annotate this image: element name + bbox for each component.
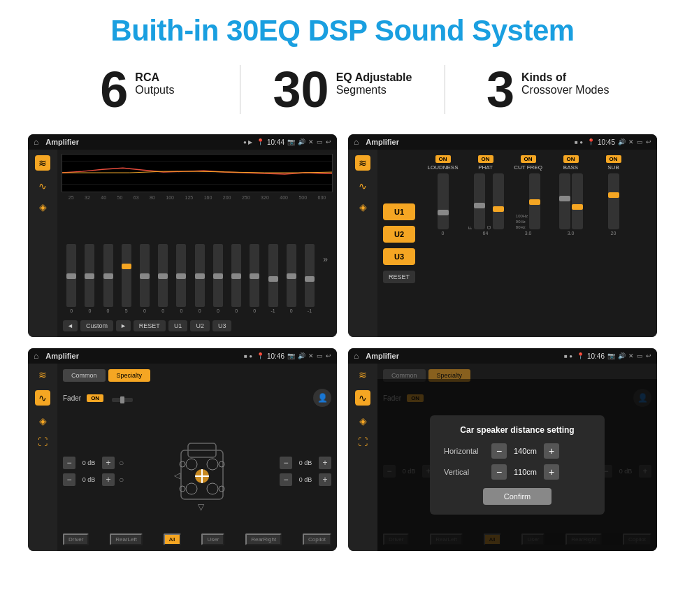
eq-slider-10[interactable]: 0 (231, 244, 241, 313)
distance-back-icon[interactable]: ↩ (646, 352, 651, 359)
db-plus-2[interactable]: + (102, 473, 115, 486)
fader-eq-icon[interactable]: ≋ (38, 369, 47, 380)
sub-slider[interactable] (608, 173, 619, 229)
fader-wave-icon[interactable]: ∿ (35, 390, 50, 406)
bass-slider2[interactable] (572, 173, 583, 229)
db-plus-3[interactable]: + (319, 457, 331, 469)
sub-thumb[interactable] (608, 192, 619, 198)
db-minus-4[interactable]: − (280, 473, 292, 486)
eq-slider-4[interactable]: 5 (122, 244, 131, 313)
eq-sidebar-wave-icon[interactable]: ∿ (38, 180, 47, 192)
bass-thumb2[interactable] (572, 204, 583, 210)
distance-expand-icon[interactable]: ⛶ (358, 436, 368, 447)
distance-wave-icon[interactable]: ∿ (355, 390, 370, 406)
eq-sidebar-speaker-icon[interactable]: ◈ (39, 201, 47, 213)
distance-eq-icon[interactable]: ≋ (359, 369, 367, 380)
dialog-horizontal-minus[interactable]: − (491, 443, 507, 459)
eq-slider-13[interactable]: 0 (287, 244, 296, 313)
slider-track-1[interactable] (66, 244, 76, 307)
slider-thumb-8[interactable] (195, 273, 205, 279)
home-icon[interactable]: ⌂ (34, 137, 38, 147)
fader-home-icon[interactable]: ⌂ (34, 351, 38, 361)
slider-thumb-7[interactable] (176, 273, 186, 279)
fader-mini-thumb[interactable] (120, 396, 124, 403)
crossover-speaker-icon[interactable]: ◈ (359, 201, 367, 213)
fader-user-btn[interactable]: User (201, 533, 224, 545)
slider-track-7[interactable] (176, 244, 186, 307)
crossover-u2-btn[interactable]: U2 (383, 226, 415, 243)
slider-thumb-14[interactable] (305, 276, 315, 282)
eq-slider-14[interactable]: -1 (305, 244, 315, 313)
eq-slider-6[interactable]: 0 (158, 244, 168, 313)
db-minus-1[interactable]: − (63, 457, 75, 469)
bass-slider1[interactable] (559, 173, 570, 229)
eq-back-icon[interactable]: ↩ (326, 138, 331, 145)
phat-g-slider[interactable] (493, 173, 504, 229)
db-minus-2[interactable]: − (63, 473, 75, 486)
slider-thumb-1[interactable] (66, 273, 76, 279)
fader-common-tab[interactable]: Common (63, 369, 106, 382)
slider-thumb-2[interactable] (85, 273, 94, 279)
eq-reset-btn[interactable]: RESET (134, 320, 166, 331)
eq-slider-12[interactable]: -1 (268, 244, 278, 313)
eq-u2-btn[interactable]: U2 (190, 320, 210, 331)
slider-track-8[interactable] (195, 244, 205, 307)
eq-slider-1[interactable]: 0 (66, 244, 76, 313)
loudness-slider[interactable] (438, 173, 449, 229)
slider-thumb-9[interactable] (213, 273, 223, 279)
eq-u3-btn[interactable]: U3 (212, 320, 232, 331)
slider-track-12[interactable] (268, 244, 278, 307)
eq-slider-11[interactable]: 0 (250, 244, 259, 313)
eq-custom-btn[interactable]: Custom (80, 320, 113, 331)
slider-track-5[interactable] (140, 244, 150, 307)
distance-speaker-icon[interactable]: ◈ (359, 415, 367, 427)
phat-g-thumb[interactable] (493, 206, 504, 212)
slider-thumb-6[interactable] (158, 273, 168, 279)
slider-track-3[interactable] (103, 244, 113, 307)
crossover-u3-btn[interactable]: U3 (383, 248, 415, 265)
loudness-thumb[interactable] (438, 210, 449, 215)
slider-track-11[interactable] (250, 244, 259, 307)
slider-track-4[interactable] (122, 244, 131, 307)
crossover-wave-icon[interactable]: ∿ (359, 180, 367, 192)
bass-thumb1[interactable] (559, 196, 570, 201)
crossover-reset-btn[interactable]: RESET (383, 271, 415, 283)
eq-slider-8[interactable]: 0 (195, 244, 205, 313)
dialog-vertical-minus[interactable]: − (491, 464, 507, 480)
fader-all-btn[interactable]: All (164, 533, 181, 545)
cutfreq-thumb[interactable] (529, 199, 540, 205)
slider-thumb-3[interactable] (103, 273, 113, 279)
fader-driver-btn[interactable]: Driver (63, 533, 89, 545)
dialog-vertical-plus[interactable]: + (544, 464, 559, 480)
slider-track-9[interactable] (213, 244, 223, 307)
db-plus-1[interactable]: + (102, 457, 115, 469)
slider-thumb-10[interactable] (231, 273, 241, 279)
crossover-home-icon[interactable]: ⌂ (354, 137, 359, 147)
slider-track-6[interactable] (158, 244, 168, 307)
fader-speaker-icon[interactable]: ◈ (39, 415, 47, 427)
crossover-u1-btn[interactable]: U1 (383, 203, 415, 220)
slider-thumb-4[interactable] (122, 264, 131, 269)
eq-slider-7[interactable]: 0 (176, 244, 186, 313)
slider-track-13[interactable] (287, 244, 296, 307)
distance-home-icon[interactable]: ⌂ (354, 351, 359, 361)
slider-thumb-11[interactable] (250, 273, 259, 279)
slider-thumb-12[interactable] (268, 276, 278, 282)
slider-track-2[interactable] (85, 244, 94, 307)
phat-thumb[interactable] (474, 203, 485, 208)
slider-thumb-13[interactable] (287, 273, 296, 279)
eq-slider-3[interactable]: 0 (103, 244, 113, 313)
fader-rearleft-btn[interactable]: RearLeft (110, 533, 143, 545)
phat-slider[interactable] (474, 173, 485, 229)
crossover-eq-icon[interactable]: ≋ (355, 155, 370, 171)
slider-track-10[interactable] (231, 244, 241, 307)
cutfreq-slider[interactable] (529, 173, 540, 229)
fader-expand-icon[interactable]: ⛶ (38, 436, 48, 447)
fader-speaker-btn[interactable]: 👤 (313, 389, 331, 407)
eq-slider-5[interactable]: 0 (140, 244, 150, 313)
crossover-back-icon[interactable]: ↩ (646, 138, 651, 145)
eq-slider-2[interactable]: 0 (85, 244, 94, 313)
db-minus-3[interactable]: − (280, 457, 292, 469)
eq-slider-9[interactable]: 0 (213, 244, 223, 313)
eq-u1-btn[interactable]: U1 (168, 320, 188, 331)
